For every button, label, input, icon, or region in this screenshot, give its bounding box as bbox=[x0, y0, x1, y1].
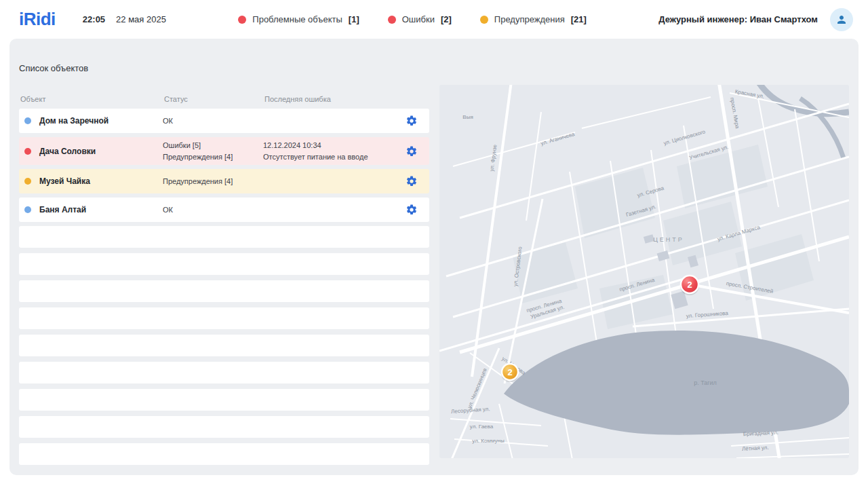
yellow-dot-icon bbox=[480, 16, 488, 24]
table-row[interactable]: Дом на Заречной ОК bbox=[19, 109, 429, 133]
header: iRidi 22:05 22 мая 2025 Проблемные объек… bbox=[0, 0, 868, 39]
datetime: 22:05 22 мая 2025 bbox=[83, 14, 166, 24]
status-cell: ОК bbox=[163, 115, 263, 127]
status-dot-icon bbox=[24, 117, 31, 124]
column-header-status: Статус bbox=[164, 95, 264, 103]
indicator-problem-objects[interactable]: Проблемные объекты [1] bbox=[238, 14, 359, 24]
indicator-errors[interactable]: Ошибки [2] bbox=[388, 14, 452, 24]
status-dot-icon bbox=[24, 206, 31, 213]
map-marker-warnings[interactable]: 2 bbox=[501, 364, 519, 382]
empty-row bbox=[19, 307, 429, 329]
svg-text:Выя: Выя bbox=[462, 114, 473, 120]
map-marker-errors[interactable]: 2 bbox=[680, 276, 699, 295]
object-list-section: Список объектов Объект Статус Последняя … bbox=[19, 63, 429, 475]
empty-row bbox=[19, 280, 429, 302]
gear-icon bbox=[406, 145, 418, 157]
status-cell: ОК bbox=[163, 204, 263, 216]
red-dot-icon bbox=[238, 16, 246, 24]
indicator-count: [1] bbox=[349, 14, 359, 24]
indicator-warnings[interactable]: Предупреждения [21] bbox=[480, 14, 587, 24]
svg-text:ЦЕНТР: ЦЕНТР bbox=[653, 236, 684, 243]
red-dot-icon bbox=[388, 16, 396, 24]
user-icon bbox=[835, 14, 848, 26]
svg-text:ул. Гаева: ул. Гаева bbox=[470, 424, 494, 430]
empty-row bbox=[19, 253, 429, 275]
indicator-label: Ошибки bbox=[402, 14, 435, 24]
app-logo: iRidi bbox=[19, 9, 56, 30]
status-cell: Ошибки [5] Предупреждения [4] bbox=[163, 140, 263, 162]
gear-icon bbox=[406, 204, 418, 216]
object-settings-button[interactable] bbox=[402, 111, 421, 130]
status-dot-icon bbox=[24, 148, 31, 155]
empty-row bbox=[19, 443, 429, 465]
svg-text:2: 2 bbox=[687, 280, 692, 290]
empty-row bbox=[19, 335, 429, 356]
svg-text:ул. Коммуны: ул. Коммуны bbox=[472, 438, 505, 444]
indicator-count: [21] bbox=[571, 14, 587, 24]
table-row[interactable]: Баня Алтай ОК bbox=[19, 198, 429, 222]
object-name: Дом на Заречной bbox=[39, 116, 108, 126]
column-header-last-error: Последняя ошибка bbox=[264, 95, 402, 103]
svg-text:р. Тагил: р. Тагил bbox=[694, 379, 717, 386]
duty-engineer-label: Дежурный инженер: Иван Смартхом bbox=[658, 14, 818, 24]
object-cell: Музей Чайка bbox=[24, 176, 163, 186]
empty-row bbox=[19, 226, 429, 248]
object-cell: Баня Алтай bbox=[24, 205, 163, 214]
object-name: Дача Соловки bbox=[39, 147, 96, 156]
status-indicators: Проблемные объекты [1] Ошибки [2] Предуп… bbox=[238, 14, 587, 24]
gear-icon bbox=[406, 115, 418, 127]
object-cell: Дом на Заречной bbox=[24, 116, 163, 126]
object-cell: Дача Соловки bbox=[24, 147, 163, 156]
user-profile-button[interactable] bbox=[830, 8, 853, 31]
status-cell: Предупреждения [4] bbox=[163, 176, 263, 187]
status-dot-icon bbox=[24, 178, 31, 185]
content-panel: Список объектов Объект Статус Последняя … bbox=[9, 39, 859, 475]
indicator-count: [2] bbox=[441, 14, 452, 24]
object-settings-button[interactable] bbox=[402, 200, 421, 219]
column-header-object: Объект bbox=[20, 95, 164, 103]
clock-date: 22 мая 2025 bbox=[116, 14, 166, 24]
page-title: Список объектов bbox=[19, 63, 429, 73]
indicator-label: Проблемные объекты bbox=[252, 14, 342, 24]
svg-text:2: 2 bbox=[507, 367, 512, 377]
table-row[interactable]: Дача Соловки Ошибки [5] Предупреждения [… bbox=[19, 137, 429, 165]
map-panel: Красная ул. просп. Мира Выя ул. Циолковс… bbox=[439, 85, 849, 458]
map[interactable]: Красная ул. просп. Мира Выя ул. Циолковс… bbox=[439, 85, 849, 458]
clock-time: 22:05 bbox=[83, 14, 105, 24]
last-error-cell: 12.12.2024 10:34 Отсутствует питание на … bbox=[263, 140, 402, 162]
table-header: Объект Статус Последняя ошибка bbox=[19, 95, 429, 103]
empty-row bbox=[19, 416, 429, 438]
object-name: Музей Чайка bbox=[39, 176, 90, 186]
indicator-label: Предупреждения bbox=[494, 14, 565, 24]
gear-icon bbox=[406, 175, 418, 187]
object-settings-button[interactable] bbox=[402, 172, 421, 191]
empty-row bbox=[19, 362, 429, 383]
table-row[interactable]: Музей Чайка Предупреждения [4] bbox=[19, 169, 429, 193]
object-name: Баня Алтай bbox=[39, 205, 86, 214]
object-settings-button[interactable] bbox=[402, 142, 421, 161]
empty-row bbox=[19, 389, 429, 411]
